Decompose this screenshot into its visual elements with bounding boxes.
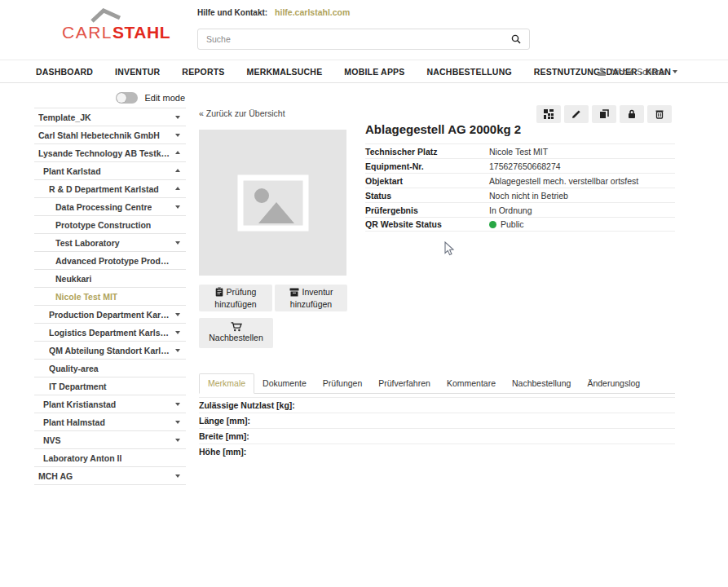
sidebar-item-label: Lysande Technology AB Testkunde [38,148,171,158]
sidebar-item-label: Logistics Department Karlstad [49,328,171,338]
detail-label: Equipment-Nr. [365,161,489,171]
sidebar-item-plant-halmstad[interactable]: Plant Halmstad [34,413,186,431]
location-sidebar: Edit mode Template_JKCarl Stahl Hebetech… [34,88,186,485]
tab--nderungslog[interactable]: Änderungslog [579,374,648,393]
chevron-down-icon [175,421,180,424]
tab-pr-fverfahren[interactable]: Prüfverfahren [370,374,439,393]
nav-item-merkmalsuche[interactable]: MERKMALSUCHE [247,67,323,77]
location-tree: Template_JKCarl Stahl Hebetechnik GmbHLy… [34,108,186,485]
sidebar-item-r-d-department-karlstad[interactable]: R & D Department Karlstad [34,180,186,198]
add-inspection-button[interactable]: Prüfung hinzufügen [199,285,272,311]
tab-merkmale[interactable]: Merkmale [199,373,254,394]
action-bar [536,105,672,123]
reorder-label: Nachbestellen [209,332,263,343]
object-image-placeholder [199,130,346,276]
search-input[interactable] [198,34,503,44]
logo-stahl: STAHL [113,23,170,42]
add-inspection-label-line1: Prüfung [227,286,257,298]
tab-pr-fungen[interactable]: Prüfungen [315,374,370,393]
detail-value-text: Public [501,219,524,229]
chevron-down-icon [175,349,180,352]
detail-row-equipment-nr-: Equipment-Nr.175627650668274 [365,158,675,173]
tab-dokumente[interactable]: Dokumente [254,374,315,393]
logo-text: CARLSTAHL [62,23,168,42]
sidebar-item-mch-ag[interactable]: MCH AG [34,467,186,485]
main-nav: DASHBOARDINVENTURREPORTSMERKMALSUCHEMOBI… [0,60,728,83]
status-dot [489,221,496,228]
tab-nachbestellung[interactable]: Nachbestellung [504,374,579,393]
add-inventory-label-line1: Inventur [302,286,333,298]
sidebar-item-laboratory-anton-ii[interactable]: Laboratory Anton II [34,449,186,467]
field-row-2: Breite [mm]: [199,428,675,444]
sidebar-item-logistics-department-karlstad[interactable]: Logistics Department Karlstad [34,324,186,342]
sidebar-item-it-department[interactable]: IT Department [34,377,186,395]
clipboard-icon [215,287,223,297]
copy-button[interactable] [592,105,616,123]
sidebar-item-neukkari[interactable]: Neukkari [34,270,186,288]
chevron-down-icon [175,474,180,478]
help-link[interactable]: hilfe.carlstahl.com [275,7,350,17]
detail-value-text: Ablagegestell mech. verstellbar ortsfest [489,176,638,186]
user-name: Nicole Scherer [611,67,667,77]
sidebar-item-label: Neukkari [55,274,91,284]
add-inspection-label-line2: hinzufügen [214,298,256,310]
sidebar-item-plant-kristianstad[interactable]: Plant Kristianstad [34,395,186,413]
carl-stahl-logo[interactable]: CARLSTAHL [62,8,168,42]
back-to-overview-link[interactable]: « Zurück zur Übersicht [199,108,285,118]
sidebar-item-label: QM Abteilung Standort Karlstad [49,346,171,355]
nav-item-dashboard[interactable]: DASHBOARD [36,67,93,77]
nav-items: DASHBOARDINVENTURREPORTSMERKMALSUCHEMOBI… [36,67,671,77]
add-inventory-button[interactable]: Inventur hinzufügen [275,285,347,311]
edit-mode-toggle[interactable] [116,92,138,104]
sidebar-item-plant-karlstad[interactable]: Plant Karlstad [34,162,186,180]
detail-value: Noch nicht in Betrieb [489,191,568,201]
nav-item-nachbestellung[interactable]: NACHBESTELLUNG [427,67,512,77]
sidebar-item-lysande-technology-ab-testkunde[interactable]: Lysande Technology AB Testkunde [34,144,186,162]
sidebar-item-qm-abteilung-standort-karlstad[interactable]: QM Abteilung Standort Karlstad [34,342,186,360]
sidebar-item-advanced-prototype-production[interactable]: Advanced Prototype Production [34,252,186,270]
sidebar-item-template-jk[interactable]: Template_JK [34,108,186,126]
chevron-up-icon [175,169,180,172]
sidebar-item-prototype-construction[interactable]: Prototype Construction [34,216,186,234]
detail-value-text: In Ordnung [489,205,532,215]
sidebar-item-label: IT Department [49,382,107,391]
nav-item-inventur[interactable]: INVENTUR [115,67,160,77]
detail-row-objektart: ObjektartAblagegestell mech. verstellbar… [365,173,675,188]
edit-mode-label: Edit mode [144,93,185,103]
qr-code-icon [544,109,554,119]
sidebar-item-data-processing-centre[interactable]: Data Processing Centre [34,198,186,216]
user-menu[interactable]: Nicole Scherer [597,60,677,82]
edit-button[interactable] [564,105,589,123]
nav-item-mobile-apps[interactable]: MOBILE APPS [344,67,404,77]
detail-tabs: MerkmaleDokumentePrüfungenPrüfverfahrenK… [199,374,675,394]
roof-icon [90,8,122,23]
field-label: Zulässige Nutzlast [kg]: [199,400,295,410]
sidebar-item-production-department-karlstad[interactable]: Production Department Karlstad [34,306,186,324]
detail-value: 175627650668274 [489,161,561,171]
tab-kommentare[interactable]: Kommentare [439,374,504,393]
sidebar-item-label: Advanced Prototype Production [55,256,171,266]
object-details-table: Technischer PlatzNicole Test MITEquipmen… [365,143,675,232]
qr-code-button[interactable] [536,105,561,123]
sidebar-item-label: MCH AG [38,471,73,481]
chevron-down-icon [175,313,180,316]
field-row-3: Höhe [mm]: [199,444,675,459]
reorder-button[interactable]: Nachbestellen [199,318,273,348]
delete-button[interactable] [647,105,672,123]
detail-value-text: Nicole Test MIT [489,147,548,157]
sidebar-item-carl-stahl-hebetechnik-gmbh[interactable]: Carl Stahl Hebetechnik GmbH [34,126,186,144]
sidebar-item-test-laboratory[interactable]: Test Laboratory [34,234,186,252]
sidebar-item-nicole-test-mit[interactable]: Nicole Test MIT [34,288,186,306]
page: CARLSTAHL Hilfe und Kontakt: hilfe.carls… [0,0,728,587]
sidebar-item-nvs[interactable]: NVS [34,431,186,449]
field-label: Breite [mm]: [199,431,249,441]
sidebar-item-label: Template_JK [38,113,91,122]
nav-item-reports[interactable]: REPORTS [182,67,224,77]
detail-value: Nicole Test MIT [489,147,548,157]
lock-button[interactable] [620,105,644,123]
detail-label: Objektart [365,176,489,186]
search-button[interactable] [503,29,529,49]
sidebar-item-quality-area[interactable]: Quality-area [34,360,186,377]
sidebar-item-label: R & D Department Karlstad [49,184,159,194]
sidebar-item-label: Plant Halmstad [43,417,105,427]
